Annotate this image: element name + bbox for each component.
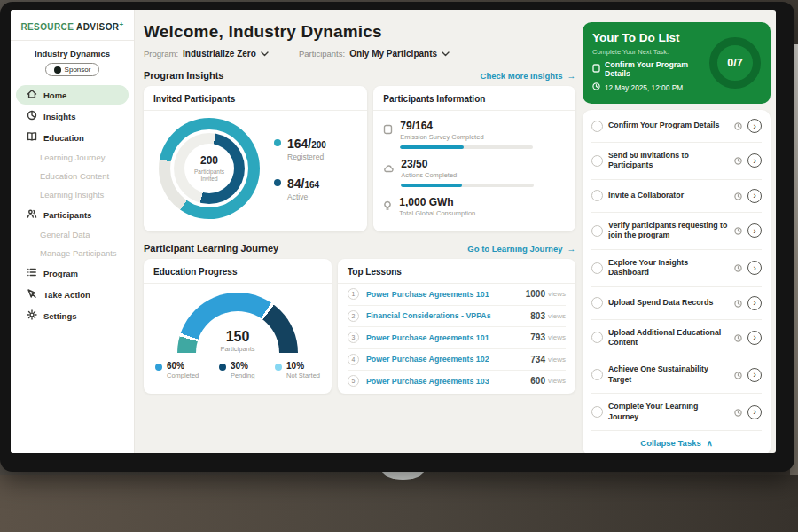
sidebar-item-home[interactable]: Home	[16, 85, 129, 105]
lesson-rank: 3	[348, 332, 359, 343]
task-label[interactable]: Achieve One Sustainability Target	[608, 364, 729, 385]
task-label[interactable]: Upload Spend Data Records	[608, 298, 729, 308]
lesson-link[interactable]: Power Purchase Agreements 101	[366, 333, 530, 342]
task-label[interactable]: Confirm Your Program Details	[608, 121, 729, 130]
task-open-button[interactable]: ›	[747, 296, 762, 310]
collapse-tasks-link[interactable]: Collapse Tasks ∧	[591, 431, 762, 453]
lesson-link[interactable]: Financial Considerations - VPPAs	[366, 311, 530, 320]
arrow-right-icon: →	[567, 244, 576, 254]
pie-chart-icon	[27, 110, 37, 122]
emission-survey-stat: 79/164 Emission Survey Completed	[383, 120, 566, 149]
program-filter-dropdown[interactable]: Program: Industrialize Zero	[144, 49, 269, 59]
card-title: Top Lessons	[338, 267, 575, 284]
task-row: Explore Your Insights Dashboard ›	[591, 250, 762, 287]
clock-icon	[734, 260, 742, 276]
clock-icon	[734, 223, 742, 239]
gauge-center-label: Participants	[177, 345, 298, 353]
sidebar-item-insights[interactable]: Insights	[16, 106, 129, 126]
check-more-insights-link[interactable]: Check More Insights →	[481, 71, 575, 81]
lesson-row: 4 Power Purchase Agreements 102 734 view…	[348, 349, 566, 372]
task-label[interactable]: Send 50 Invitations to Participants	[608, 151, 729, 171]
legend-not-started: 10% Not Started	[275, 361, 320, 379]
sidebar-item-settings[interactable]: Settings	[16, 306, 129, 325]
sidebar-item-participants[interactable]: Participants	[16, 205, 129, 224]
task-label[interactable]: Verify participants requesting to join t…	[608, 221, 729, 241]
task-open-button[interactable]: ›	[747, 119, 762, 133]
task-open-button[interactable]: ›	[747, 331, 762, 345]
go-to-learning-journey-link[interactable]: Go to Learning Journey →	[467, 244, 575, 254]
task-label[interactable]: Upload Additional Educational Content	[608, 328, 729, 348]
task-open-button[interactable]: ›	[747, 261, 762, 275]
task-checkbox[interactable]	[591, 332, 603, 343]
donut-center-value: 200	[200, 154, 218, 167]
sponsor-badge[interactable]: Sponsor	[45, 63, 100, 76]
task-checkbox[interactable]	[591, 155, 603, 167]
task-label[interactable]: Invite a Collaborator	[608, 191, 729, 200]
org-name: Industry Dynamics	[11, 49, 134, 59]
sidebar-item-label: Settings	[43, 311, 76, 321]
clipboard-icon	[383, 122, 393, 138]
arrow-right-icon: →	[567, 71, 576, 81]
sidebar-item-learning-journey[interactable]: Learning Journey	[16, 149, 129, 166]
top-lessons-card: Top Lessons 1 Power Purchase Agreements …	[338, 259, 575, 394]
collapse-label: Collapse Tasks	[640, 438, 700, 448]
chevron-up-icon: ∧	[707, 438, 713, 448]
todo-due-date: 12 May 2025, 12:00 PM	[592, 82, 709, 92]
chevron-right-icon: ›	[753, 226, 756, 236]
actions-completed-stat: 23/50 Actions Completed	[383, 158, 566, 187]
legend-dot	[274, 139, 281, 146]
lesson-rank: 5	[348, 375, 359, 387]
task-open-button[interactable]: ›	[747, 223, 762, 238]
sidebar-item-label: Learning Journey	[40, 153, 105, 162]
sidebar-item-take-action[interactable]: Take Action	[16, 285, 129, 304]
page-title: Welcome, Industry Dynamics	[144, 22, 575, 42]
task-open-button[interactable]: ›	[747, 189, 762, 203]
task-label[interactable]: Explore Your Insights Dashboard	[608, 258, 729, 278]
education-progress-gauge-chart: 150 Participants	[177, 293, 298, 353]
sidebar: RESOURCE ADVISOR+ Industry Dynamics Spon…	[11, 10, 135, 453]
sidebar-item-label: Home	[43, 90, 66, 100]
task-checkbox[interactable]	[591, 121, 603, 132]
emission-survey-progress-bar	[400, 145, 533, 149]
task-checkbox[interactable]	[591, 225, 603, 237]
actions-completed-progress-bar	[401, 184, 534, 187]
lesson-link[interactable]: Power Purchase Agreements 103	[366, 377, 530, 386]
sidebar-item-education-content[interactable]: Education Content	[16, 168, 129, 184]
insights-cards-row: Invited Participants 200 Participants In…	[144, 86, 575, 231]
lesson-rank: 4	[348, 354, 359, 365]
task-checkbox[interactable]	[591, 369, 603, 380]
task-open-button[interactable]: ›	[747, 153, 762, 168]
monitor-bezel: RESOURCE ADVISOR+ Industry Dynamics Spon…	[0, 2, 794, 472]
clock-icon	[734, 330, 742, 346]
sidebar-item-general-data[interactable]: General Data	[16, 226, 129, 243]
sidebar-item-learning-insights[interactable]: Learning Insights	[16, 186, 129, 203]
legend-active: 84/164 Active	[274, 176, 326, 201]
sidebar-item-label: Education	[43, 133, 84, 143]
task-label[interactable]: Complete Your Learning Journey	[608, 402, 729, 422]
logo-plus: +	[119, 20, 123, 28]
task-row: Invite a Collaborator ›	[591, 180, 762, 213]
program-filter-label: Program:	[144, 49, 178, 59]
invited-participants-donut-chart: 200 Participants Invited	[159, 118, 260, 219]
lesson-rank: 2	[348, 310, 359, 322]
sidebar-item-program[interactable]: Program	[16, 263, 129, 283]
task-checkbox[interactable]	[591, 406, 603, 418]
sidebar-item-education[interactable]: Education	[16, 128, 129, 147]
donut-legend: 164/200 Registered 84/164 Active	[274, 136, 326, 201]
participants-filter-dropdown[interactable]: Participants: Only My Participants	[299, 49, 450, 59]
task-checkbox[interactable]	[591, 262, 603, 274]
sidebar-item-label: Education Content	[40, 171, 109, 181]
program-insights-title: Program Insights	[144, 70, 223, 81]
legend-dot	[219, 364, 226, 371]
task-row: Send 50 Invitations to Participants ›	[591, 143, 762, 180]
task-open-button[interactable]: ›	[747, 405, 762, 419]
lesson-link[interactable]: Power Purchase Agreements 101	[366, 290, 526, 299]
task-open-button[interactable]: ›	[747, 368, 762, 382]
task-checkbox[interactable]	[591, 297, 603, 309]
gear-icon	[27, 309, 37, 322]
lesson-link[interactable]: Power Purchase Agreements 102	[366, 355, 530, 364]
learning-journey-title: Participant Learning Journey	[144, 243, 278, 254]
sidebar-item-label: Manage Participants	[40, 248, 117, 258]
sidebar-item-manage-participants[interactable]: Manage Participants	[16, 245, 129, 262]
task-checkbox[interactable]	[591, 190, 603, 201]
